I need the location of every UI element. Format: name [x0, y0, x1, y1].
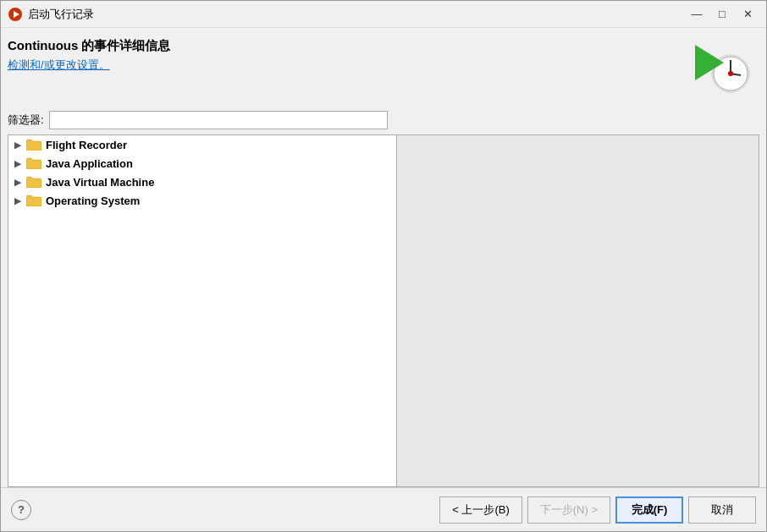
- title-controls: — □ ✕: [685, 5, 759, 24]
- filter-label: 筛选器:: [8, 112, 44, 128]
- app-icon: [8, 7, 23, 22]
- bottom-bar: ? < 上一步(B) 下一步(N) > 完成(F) 取消: [1, 487, 766, 531]
- bottom-left: ?: [11, 500, 31, 520]
- prev-button[interactable]: < 上一步(B): [439, 496, 522, 524]
- tree-item-java-virtual-machine[interactable]: ▶ Java Virtual Machine: [8, 173, 396, 191]
- content-area: Continuous 的事件详细信息 检测和/或更改设置。: [1, 28, 766, 531]
- expand-arrow-flight-recorder: ▶: [14, 140, 22, 150]
- cancel-button[interactable]: 取消: [688, 496, 756, 524]
- title-bar: 启动飞行记录 — □ ✕: [1, 1, 766, 28]
- main-window: 启动飞行记录 — □ ✕ Continuous 的事件详细信息 检测和/或更改设…: [0, 0, 767, 532]
- tree-panel: ▶ Flight Recorder ▶: [8, 134, 397, 487]
- finish-button[interactable]: 完成(F): [615, 496, 683, 524]
- folder-icon-java-application: [25, 156, 42, 170]
- settings-link[interactable]: 检测和/或更改设置。: [8, 58, 110, 71]
- expand-arrow-java-application: ▶: [14, 159, 22, 168]
- jfr-logo-area: [692, 38, 753, 99]
- title-bar-left: 启动飞行记录: [8, 7, 94, 22]
- header-title: Continuous 的事件详细信息: [8, 38, 692, 54]
- detail-panel: [397, 134, 759, 487]
- tree-item-operating-system[interactable]: ▶ Operating System: [8, 191, 396, 210]
- tree-item-label-java-application: Java Application: [46, 157, 391, 170]
- maximize-button[interactable]: □: [710, 5, 734, 24]
- tree-item-label-java-virtual-machine: Java Virtual Machine: [46, 176, 391, 189]
- svg-point-7: [728, 71, 733, 76]
- bottom-right: < 上一步(B) 下一步(N) > 完成(F) 取消: [439, 496, 756, 524]
- filter-bar: 筛选器:: [1, 106, 766, 134]
- expand-arrow-operating-system: ▶: [14, 196, 22, 206]
- tree-item-label-operating-system: Operating System: [46, 195, 391, 207]
- close-button[interactable]: ✕: [736, 5, 759, 24]
- main-panels: ▶ Flight Recorder ▶: [1, 134, 766, 487]
- tree-item-label-flight-recorder: Flight Recorder: [46, 139, 391, 151]
- help-button[interactable]: ?: [11, 500, 31, 520]
- minimize-button[interactable]: —: [685, 5, 709, 24]
- folder-icon-java-virtual-machine: [25, 175, 42, 189]
- filter-input[interactable]: [49, 111, 388, 129]
- folder-icon-flight-recorder: [25, 138, 42, 151]
- header-section: Continuous 的事件详细信息 检测和/或更改设置。: [1, 28, 766, 106]
- next-button: 下一步(N) >: [527, 496, 610, 524]
- expand-arrow-java-virtual-machine: ▶: [14, 178, 22, 187]
- tree-item-flight-recorder[interactable]: ▶ Flight Recorder: [8, 135, 396, 154]
- window-title: 启动飞行记录: [28, 7, 94, 22]
- folder-icon-operating-system: [25, 194, 42, 207]
- header-text: Continuous 的事件详细信息 检测和/或更改设置。: [8, 38, 692, 73]
- tree-item-java-application[interactable]: ▶ Java Application: [8, 154, 396, 173]
